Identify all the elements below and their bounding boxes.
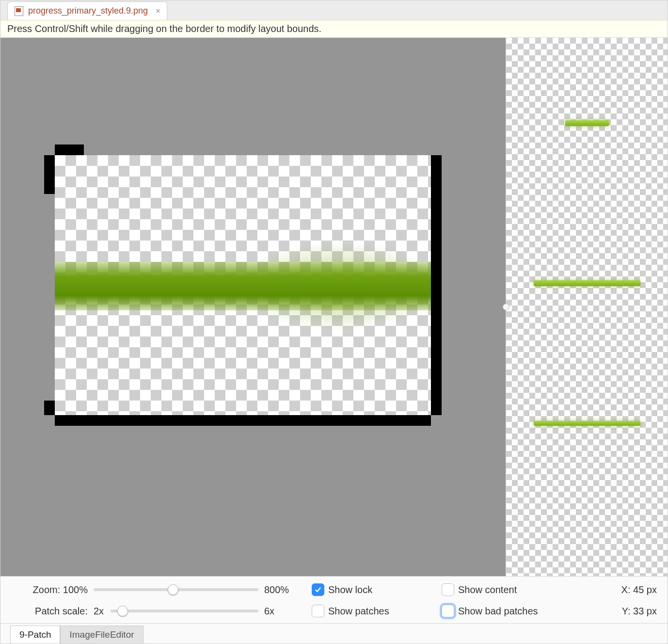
tab-9patch[interactable]: 9-Patch: [10, 626, 60, 644]
nine-patch-canvas[interactable]: [44, 145, 442, 426]
patch-marker-bottom-left[interactable]: [44, 401, 55, 415]
patch-marker-left[interactable]: [44, 155, 55, 194]
zoom-slider[interactable]: [94, 588, 258, 591]
pane-resize-handle[interactable]: [503, 304, 509, 310]
patch-marker-bottom[interactable]: [55, 415, 431, 426]
work-area: [0, 38, 668, 576]
tab-image-file-editor[interactable]: ImageFileEditor: [60, 626, 143, 644]
show-lock-label: Show lock: [325, 584, 442, 596]
hint-bar: Press Control/Shift while dragging on th…: [0, 20, 668, 38]
preview-bar-small: [565, 120, 609, 126]
preview-area: [506, 38, 668, 576]
file-tab-bar: progress_primary_styled.9.png ×: [0, 0, 668, 20]
patch-marker-top[interactable]: [55, 145, 84, 155]
patch-marker-right[interactable]: [431, 155, 442, 415]
preview-small: [506, 120, 668, 126]
preview-large: [506, 421, 668, 426]
nine-patch-editor: progress_primary_styled.9.png × Press Co…: [0, 0, 668, 644]
patch-markers[interactable]: [44, 145, 442, 426]
show-bad-patches-checkbox[interactable]: [442, 605, 454, 617]
preview-medium: [506, 280, 668, 286]
patch-scale-label: Patch scale:: [11, 606, 94, 617]
image-file-icon: [15, 6, 23, 16]
show-patches-checkbox[interactable]: [312, 605, 324, 617]
zoom-label: Zoom: 100%: [11, 584, 94, 596]
show-bad-patches-label: Show bad patches: [455, 606, 581, 617]
show-content-checkbox[interactable]: [442, 583, 454, 596]
patch-scale-min: 2x: [94, 606, 104, 617]
patch-scale-slider[interactable]: [111, 610, 258, 612]
preview-pane: [506, 38, 668, 576]
x-coordinate: X: 45 px: [599, 584, 657, 596]
show-lock-checkbox[interactable]: [312, 583, 324, 596]
bottom-tab-bar: 9-Patch ImageFileEditor: [0, 623, 668, 644]
show-content-label: Show content: [455, 584, 581, 596]
file-tab-label: progress_primary_styled.9.png: [28, 6, 148, 16]
zoom-max-label: 800%: [258, 584, 292, 596]
close-icon[interactable]: ×: [156, 7, 160, 16]
controls-bar: Zoom: 100% 800% Show lock Show content X…: [0, 576, 668, 623]
check-icon: [314, 585, 322, 594]
y-coordinate: Y: 33 px: [599, 606, 657, 617]
preview-bar-large: [534, 421, 640, 426]
preview-bar-medium: [534, 280, 640, 286]
file-tab[interactable]: progress_primary_styled.9.png ×: [7, 1, 167, 20]
patch-scale-max: 6x: [258, 606, 292, 617]
show-patches-label: Show patches: [325, 606, 442, 617]
main-canvas-pane[interactable]: [0, 38, 506, 576]
